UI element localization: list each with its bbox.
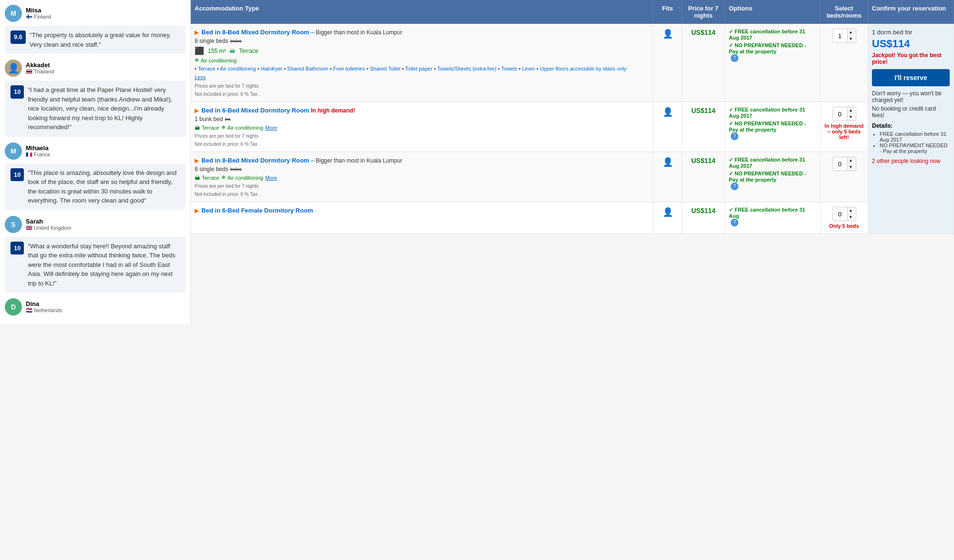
number-input-4[interactable]: ▲ ▼ [832, 207, 856, 221]
fits-cell-1: 👤 [653, 24, 682, 102]
person-icon-2: 👤 [663, 107, 673, 117]
room-title-2[interactable]: Bed in 6-Bed Mixed Dormitory Room [201, 107, 309, 114]
accommodation-table-panel: Accommodation Type Fits Price for 7 nigh… [191, 0, 954, 324]
review-card-1: 9.6 "The property is absolutely a great … [5, 26, 186, 54]
price-cell-2: US$114 [682, 102, 725, 152]
reserve-button[interactable]: I'll reserve [872, 69, 950, 86]
less-link-1[interactable]: Less [195, 74, 206, 80]
detail-item-1: FREE cancellation before 31 Aug 2017 [880, 131, 950, 143]
room-title-4[interactable]: Bed in 6-Bed Female Dormitory Room [201, 207, 313, 214]
reviewer-akkadet: 👤 Akkadet 🇹🇭 Thailand [5, 60, 186, 77]
size-value-1: 155 m² [208, 48, 226, 54]
room-type-cell-4: ▶ Bed in 6-Bed Female Dormitory Room [191, 202, 653, 234]
number-input-2[interactable]: ▲ ▼ [832, 107, 856, 121]
room-beds-1: 8 single beds 🛏🛏 [195, 38, 649, 44]
reviewer-sarah: S Sarah 🇬🇧 United Kingdom [5, 216, 186, 233]
free-cancel-2: FREE cancellation before 31 Aug 2017 [729, 107, 816, 119]
spin-up-2[interactable]: ▲ [848, 107, 854, 114]
avatar-miisa: M [5, 5, 22, 22]
score-badge-3: 10 [10, 168, 24, 182]
no-prepay-1: NO PREPAYMENT NEEDED - Pay at the proper… [729, 42, 816, 54]
free-cancel-3: FREE cancellation before 31 Aug 2017 [729, 157, 816, 169]
room-beds-3: 8 single beds 🛏🛏 [195, 166, 649, 173]
room-type-cell-2: ▶ Bed in 6-Bed Mixed Dormitory Room In h… [191, 102, 653, 152]
options-cell-2: FREE cancellation before 31 Aug 2017 NO … [725, 102, 820, 152]
flag-mihaela: 🇫🇷 [26, 152, 32, 157]
beds-input-4[interactable] [833, 207, 847, 221]
dorm-line: 1 dorm bed for [872, 29, 950, 36]
col-header-accommodation: Accommodation Type [191, 0, 653, 24]
beds-input-3[interactable] [833, 157, 847, 171]
help-icon-2[interactable]: ? [731, 132, 738, 140]
col-header-confirm: Confirm your reservation [868, 0, 954, 24]
table-row: ▶ Bed in 6-Bed Mixed Dormitory Room In h… [191, 102, 954, 152]
amenity-list-1: Terrace Air conditioning Hairdryer Share… [195, 65, 649, 72]
review-text-4: "What a wonderful stay here!! Beyond ama… [28, 242, 180, 288]
room-title-1[interactable]: Bed in 8-Bed Mixed Dormitory Room [201, 29, 309, 36]
flag-akkadet: 🇹🇭 [26, 69, 32, 74]
size-icon-1: ⬛ [195, 46, 204, 55]
options-cell-3: FREE cancellation before 31 Aug 2017 NO … [725, 152, 820, 202]
person-icon-4: 👤 [663, 207, 673, 217]
room-title-3[interactable]: Bed in 8-Bed Mixed Dormitory Room [201, 157, 309, 164]
only-five-note-4: Only 5 beds [824, 223, 864, 229]
confirm-price: US$114 [872, 38, 950, 50]
price-note-1b: Not included in price: 6 % Tax . [195, 92, 649, 97]
help-icon-3[interactable]: ? [731, 183, 738, 190]
spin-buttons-3: ▲ ▼ [847, 157, 854, 171]
terrace-icon-2: 🏔 [195, 125, 200, 131]
details-list: FREE cancellation before 31 Aug 2017 NO … [872, 131, 950, 154]
reviewer-mihaela: M Mihaela 🇫🇷 France [5, 143, 186, 160]
avatar-akkadet: 👤 [5, 60, 22, 77]
aircon-label-1: Air conditioning [201, 58, 237, 63]
free-cancel-1: FREE cancellation before 31 Aug 2017 [729, 29, 816, 41]
snowflake-icon-3: ❄ [221, 174, 226, 181]
price-cell-3: US$114 [682, 152, 725, 202]
person-icon-1: 👤 [663, 29, 673, 39]
table-row: ▶ Bed in 8-Bed Mixed Dormitory Room – Bi… [191, 24, 954, 102]
fits-cell-2: 👤 [653, 102, 682, 152]
spin-buttons-2: ▲ ▼ [847, 107, 854, 121]
spin-down-1[interactable]: ▼ [848, 36, 854, 42]
person-icon-3: 👤 [663, 157, 673, 167]
avatar-dina: D [5, 298, 22, 316]
spin-down-4[interactable]: ▼ [848, 214, 854, 221]
orange-arrow-icon-3: ▶ [195, 157, 199, 164]
orange-arrow-icon-2: ▶ [195, 107, 199, 114]
number-input-1[interactable]: ▲ ▼ [832, 29, 856, 43]
spin-up-3[interactable]: ▲ [848, 157, 854, 164]
reviewer-country-sarah: 🇬🇧 United Kingdom [26, 225, 71, 231]
reviewer-country-miisa: 🇫🇮 Finland [26, 14, 51, 20]
jackpot-text: Jackpot! You got the best price! [872, 52, 950, 65]
col-header-price: Price for 7 nights [682, 0, 725, 24]
spin-down-2[interactable]: ▼ [848, 114, 854, 121]
review-text-3: "This place is amazing, absoultely love … [28, 168, 180, 205]
no-fees-text: No booking or credit card fees! [872, 105, 950, 119]
beds-input-2[interactable] [833, 107, 847, 121]
spin-up-4[interactable]: ▲ [848, 207, 854, 214]
flag-sarah: 🇬🇧 [26, 225, 32, 231]
col-header-select: Select beds/rooms [820, 0, 868, 24]
orange-arrow-icon-1: ▶ [195, 29, 199, 36]
more-link-2[interactable]: More [265, 125, 277, 131]
size-info-1: ⬛ 155 m² 🏔 Terrace [195, 46, 649, 55]
beds-input-1[interactable] [833, 29, 847, 42]
number-input-3[interactable]: ▲ ▼ [832, 157, 856, 171]
more-link-3[interactable]: More [265, 175, 277, 181]
spin-buttons-4: ▲ ▼ [847, 207, 854, 221]
select-cell-2: ▲ ▼ In high demand – only 5 beds left! [820, 102, 868, 152]
spin-up-1[interactable]: ▲ [848, 29, 854, 36]
help-icon-1[interactable]: ? [731, 54, 738, 62]
price-note-2b: Not included in price: 6 % Tax . [195, 142, 649, 147]
reviewer-dina: D Dina 🇳🇱 Netherlands [5, 298, 186, 316]
spin-down-3[interactable]: ▼ [848, 164, 854, 171]
reviewer-name-sarah: Sarah [26, 218, 71, 225]
orange-arrow-icon-4: ▶ [195, 207, 199, 214]
spin-buttons-1: ▲ ▼ [847, 29, 854, 42]
high-demand-badge-2: In high demand! [311, 107, 355, 114]
help-icon-4[interactable]: ? [731, 219, 738, 226]
high-demand-note-2: In high demand – only 5 beds left! [824, 123, 864, 140]
details-label: Details: [872, 122, 950, 129]
snowflake-icon-1: ❄ [195, 57, 199, 63]
review-card-2: 10 "I had a great time at the Paper Plan… [5, 81, 186, 137]
